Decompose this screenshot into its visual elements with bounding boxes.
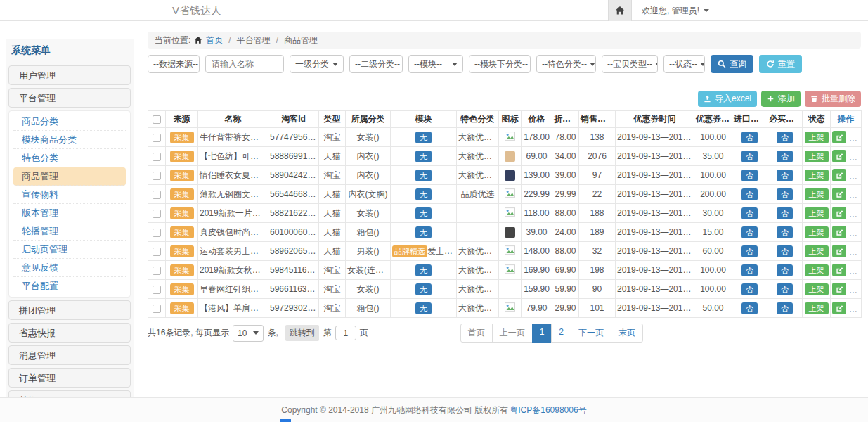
must-buy-badge[interactable]: 否 [777, 151, 793, 162]
sidebar-item[interactable]: 启动页管理 [13, 241, 126, 259]
sidebar-item[interactable]: 意见反馈 [13, 259, 126, 277]
pager-last-button[interactable]: 末页 [611, 324, 643, 343]
sidebar-section-header[interactable]: 订单管理 [8, 368, 131, 388]
status-badge[interactable]: 上架 [805, 226, 829, 238]
status-badge[interactable]: 上架 [805, 188, 829, 200]
name-search-input[interactable] [205, 55, 284, 73]
filter-select[interactable]: --模块下分类-- [469, 55, 531, 73]
pager-page-button[interactable]: 2 [551, 324, 571, 343]
edit-button[interactable] [832, 188, 846, 200]
import-select-badge[interactable]: 否 [741, 188, 758, 200]
import-select-badge[interactable]: 否 [741, 264, 758, 276]
row-checkbox[interactable] [153, 305, 161, 313]
edit-button[interactable] [832, 283, 846, 295]
must-buy-badge[interactable]: 否 [777, 207, 793, 219]
jump-button[interactable]: 跳转到 [285, 325, 319, 341]
status-badge[interactable]: 上架 [805, 264, 829, 276]
edit-button[interactable] [832, 226, 846, 238]
sidebar-item[interactable]: 商品管理 [13, 167, 126, 186]
sidebar-item[interactable]: 平台配置 [13, 277, 126, 295]
status-badge[interactable]: 上架 [805, 132, 829, 143]
import-select-badge[interactable]: 否 [741, 226, 758, 238]
import-select-badge[interactable]: 否 [741, 132, 758, 143]
edit-button[interactable] [832, 302, 846, 314]
import-select-cell: 否 [732, 280, 767, 299]
sidebar-section-header[interactable]: 平台管理 [8, 88, 131, 108]
filter-select[interactable]: --状态-- [663, 55, 705, 73]
ops-cell [831, 280, 862, 299]
row-checkbox[interactable] [153, 210, 161, 218]
jump-page-input[interactable] [335, 326, 356, 340]
import-excel-button[interactable]: 导入excel [698, 91, 757, 107]
icp-link[interactable]: 粤ICP备16098006号 [510, 404, 586, 416]
edit-button[interactable] [832, 264, 846, 276]
sidebar-item[interactable]: 特色分类 [13, 149, 126, 167]
filter-select[interactable]: --宝贝类型-- [602, 55, 658, 73]
user-menu[interactable]: 欢迎您, 管理员! [642, 5, 709, 17]
import-select-badge[interactable]: 否 [741, 151, 758, 162]
status-badge[interactable]: 上架 [805, 283, 829, 295]
sidebar-section-header[interactable]: 消息管理 [8, 345, 131, 365]
search-button[interactable]: 查询 [711, 55, 753, 73]
import-select-badge[interactable]: 否 [741, 302, 758, 314]
edit-button[interactable] [832, 169, 846, 181]
must-buy-badge[interactable]: 否 [777, 170, 793, 181]
row-checkbox[interactable] [153, 229, 161, 237]
status-badge[interactable]: 上架 [805, 170, 829, 181]
status-cell: 上架 [803, 185, 831, 204]
status-badge[interactable]: 上架 [805, 151, 829, 162]
sidebar-section-header[interactable]: 拼团管理 [8, 300, 131, 320]
row-checkbox[interactable] [153, 286, 161, 294]
edit-button[interactable] [832, 245, 846, 257]
sidebar-item[interactable]: 商品分类 [13, 113, 126, 131]
add-button[interactable]: 添加 [761, 91, 801, 107]
row-checkbox[interactable] [153, 248, 161, 256]
reset-button[interactable]: 重置 [759, 55, 802, 73]
row-checkbox[interactable] [153, 134, 161, 142]
status-badge[interactable]: 上架 [805, 207, 829, 219]
must-buy-badge[interactable]: 否 [777, 132, 793, 143]
sidebar-section-header[interactable]: 省惠快报 [8, 323, 131, 343]
pager-first-button[interactable]: 首页 [460, 324, 493, 343]
taoke-id-cell: 577479560965 [268, 128, 319, 147]
import-select-badge[interactable]: 否 [741, 207, 758, 219]
status-badge[interactable]: 上架 [805, 302, 829, 314]
pager-page-button[interactable]: 1 [532, 324, 552, 343]
sidebar-item[interactable]: 模块商品分类 [13, 131, 126, 149]
sidebar-item[interactable]: 宣传物料 [13, 186, 126, 204]
sidebar-section-header[interactable]: 用户管理 [8, 65, 131, 85]
price-cell: 69.00 [522, 147, 552, 166]
coupon-time-cell: 2019-09-13—2019-09-18 [616, 147, 694, 166]
sidebar-item[interactable]: 版本管理 [13, 204, 126, 222]
filter-select[interactable]: --特色分类-- [536, 55, 596, 73]
must-buy-badge[interactable]: 否 [777, 245, 793, 257]
status-badge[interactable]: 上架 [805, 245, 829, 257]
filter-select[interactable]: --二级分类-- [349, 55, 403, 73]
per-page-select[interactable]: 10 [233, 325, 264, 342]
batch-delete-button[interactable]: 批量删除 [805, 91, 861, 107]
filter-select[interactable]: --模块-- [408, 55, 463, 73]
select-all-checkbox[interactable] [153, 115, 161, 124]
pager-prev-button[interactable]: 上一页 [492, 324, 533, 343]
import-select-badge[interactable]: 否 [741, 245, 758, 257]
must-buy-badge[interactable]: 否 [777, 302, 793, 314]
breadcrumb-home-link[interactable]: 首页 [206, 34, 223, 46]
must-buy-badge[interactable]: 否 [777, 264, 793, 276]
row-checkbox[interactable] [153, 172, 161, 180]
filter-select[interactable]: --数据来源-- [148, 55, 200, 73]
must-buy-badge[interactable]: 否 [777, 283, 793, 295]
home-button[interactable] [608, 0, 632, 21]
edit-button[interactable] [832, 150, 846, 162]
edit-button[interactable] [832, 207, 846, 219]
must-buy-badge[interactable]: 否 [777, 188, 793, 200]
row-checkbox[interactable] [153, 191, 161, 199]
must-buy-badge[interactable]: 否 [777, 226, 793, 238]
import-select-badge[interactable]: 否 [741, 283, 758, 295]
edit-button[interactable] [832, 131, 846, 143]
row-checkbox[interactable] [153, 153, 161, 161]
filter-select[interactable]: 一级分类 [290, 55, 344, 73]
sidebar-item[interactable]: 轮播管理 [13, 222, 126, 241]
row-checkbox[interactable] [153, 267, 161, 275]
pager-next-button[interactable]: 下一页 [571, 324, 611, 343]
import-select-badge[interactable]: 否 [741, 170, 758, 181]
